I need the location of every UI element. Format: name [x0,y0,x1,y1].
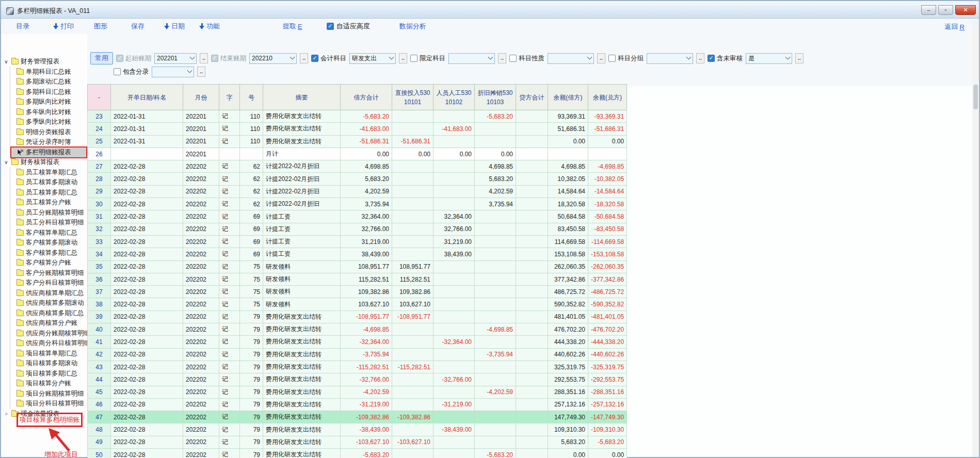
cell[interactable] [433,298,475,310]
browse-dots-button[interactable]: .. [197,67,205,77]
cell[interactable]: 115,282.51 [341,273,392,285]
cell[interactable]: 115,282.51 [392,273,433,285]
cell[interactable] [516,223,548,235]
cell[interactable] [475,135,516,148]
cell[interactable] [516,436,548,448]
cell[interactable]: -5,683.20 [341,449,392,458]
cell[interactable]: 202202 [183,260,219,273]
cell[interactable]: 0.00 [548,135,588,148]
cell[interactable]: 444,338.20 [548,336,588,348]
cell[interactable]: 69 [240,235,263,248]
cell[interactable]: 0.00 [475,148,516,160]
tree-item-客户分科目核算明细[interactable]: 客户分科目核算明细 [11,278,86,288]
cell[interactable]: 25 [88,135,111,148]
cell[interactable] [392,348,433,361]
column-header-余额(兑方)[interactable]: 余额(兑方) [588,85,627,110]
cell[interactable]: 36 [88,273,111,285]
cell[interactable]: -481,401.05 [588,310,627,323]
cell[interactable]: -5,683.20 [475,449,516,458]
cell[interactable] [433,310,475,323]
cell[interactable]: 费用化研发支出结转 [263,110,341,123]
cell[interactable]: 3,735.94 [475,198,516,210]
column-header-人员人工530[interactable]: 人员人工53010102 [433,85,475,110]
cell[interactable]: 202202 [183,310,219,323]
table-row[interactable]: 482022-02-28202202记79费用化研发支出结转-38,439.00… [88,423,627,436]
cell[interactable]: 31,219.00 [433,235,475,248]
cell[interactable]: 费用化研发支出结转 [263,398,341,411]
cell[interactable]: 202202 [183,198,219,210]
cell[interactable]: 32,364.00 [341,210,392,223]
cell[interactable]: 2022-02-28 [111,273,183,285]
cell[interactable]: 费用化研发支出结转 [263,323,341,336]
filter-check-科目性质[interactable]: 科目性质 [509,54,544,63]
cell[interactable]: 计提2022-02月折旧 [263,160,341,173]
cell[interactable] [516,185,548,198]
adaptive-height-checkbox[interactable]: 自适应高度 [327,22,370,31]
cell[interactable]: 30 [88,198,111,210]
browse-dots-button[interactable]: .. [200,53,208,63]
cell[interactable]: 2022-02-28 [111,323,183,336]
cell[interactable]: 62 [240,185,263,198]
cell[interactable]: 62 [240,160,263,173]
cell[interactable]: 记 [219,210,240,223]
chevron-collapsed-icon[interactable]: > [3,411,9,417]
filter-check-会计科目[interactable]: 会计科目 [311,54,346,63]
cell[interactable] [392,185,433,198]
cell[interactable]: 费用化研发支出结转 [263,411,341,423]
cell[interactable]: -5,683.20 [341,110,392,123]
tree-item-供应商分科目核算明细[interactable]: 供应商分科目核算明细 [11,338,86,349]
cell[interactable]: -153,108.58 [588,248,627,260]
cell[interactable]: 69 [240,210,263,223]
cell[interactable]: 202202 [183,298,219,310]
cell[interactable]: 2022-02-28 [111,198,183,210]
cell[interactable]: 48 [88,423,111,436]
cell[interactable]: 51,686.31 [548,123,588,135]
browse-dots-button[interactable]: .. [498,53,506,63]
cell[interactable] [433,286,475,298]
cell[interactable]: 2022-02-28 [111,248,183,260]
cell[interactable]: 79 [240,386,263,398]
cell[interactable]: 31 [88,210,111,223]
cell[interactable]: 费用化研发支出结转 [263,135,341,148]
cell[interactable] [516,210,548,223]
cell[interactable]: 202202 [183,235,219,248]
column-header-号[interactable]: 号 [240,85,263,110]
cell[interactable] [516,173,548,185]
cell[interactable]: -262,060.35 [588,260,627,273]
cell[interactable]: 费用化研发支出结转 [263,348,341,361]
cell[interactable]: -440,602.26 [588,348,627,361]
cell[interactable]: 费用化研发支出结转 [263,449,341,458]
cell[interactable]: 202202 [183,348,219,361]
cell[interactable] [433,361,475,373]
cell[interactable]: 0.00 [392,148,433,160]
cell[interactable] [516,423,548,436]
cell[interactable] [475,423,516,436]
cell[interactable]: -486,725.72 [588,286,627,298]
cell[interactable]: 2022-01-31 [111,123,183,135]
cell[interactable]: 费用化研发支出结转 [263,386,341,398]
table-row[interactable]: 332022-02-28202202记69计提工资31,219.0031,219… [88,235,627,248]
cell[interactable] [475,310,516,323]
cell[interactable] [392,123,433,135]
cell[interactable]: 记 [219,411,240,423]
cell[interactable]: 202202 [183,210,219,223]
toolbar-link-6[interactable]: 功能 [199,22,220,31]
tree-item-供应商核算多期滚动[interactable]: 供应商核算多期滚动 [11,298,86,308]
cell[interactable]: 79 [240,436,263,448]
cell[interactable]: 202201 [183,135,219,148]
cell[interactable]: -38,439.00 [341,423,392,436]
table-row[interactable]: 372022-02-28202202记75研发领料109,382.86109,3… [88,286,627,298]
table-row[interactable]: 232022-01-31202201记110费用化研发支出结转-5,683.20… [88,110,627,123]
cell[interactable]: 2022-02-28 [111,411,183,423]
cell[interactable]: 202202 [183,273,219,285]
cell[interactable] [475,260,516,273]
cell[interactable]: 42 [88,348,111,361]
cell[interactable] [516,298,548,310]
cell[interactable] [433,323,475,336]
cell[interactable] [475,248,516,260]
column-header-折旧摊销530[interactable]: 折旧摊销53010103 [475,85,516,110]
filter-check-结束账期[interactable]: 结束账期 [211,54,246,63]
browse-dots-button[interactable]: .. [795,53,804,63]
tree-item-项目核算多期滚动[interactable]: 项目核算多期滚动 [11,358,86,369]
cell[interactable]: 研发领料 [263,260,341,273]
